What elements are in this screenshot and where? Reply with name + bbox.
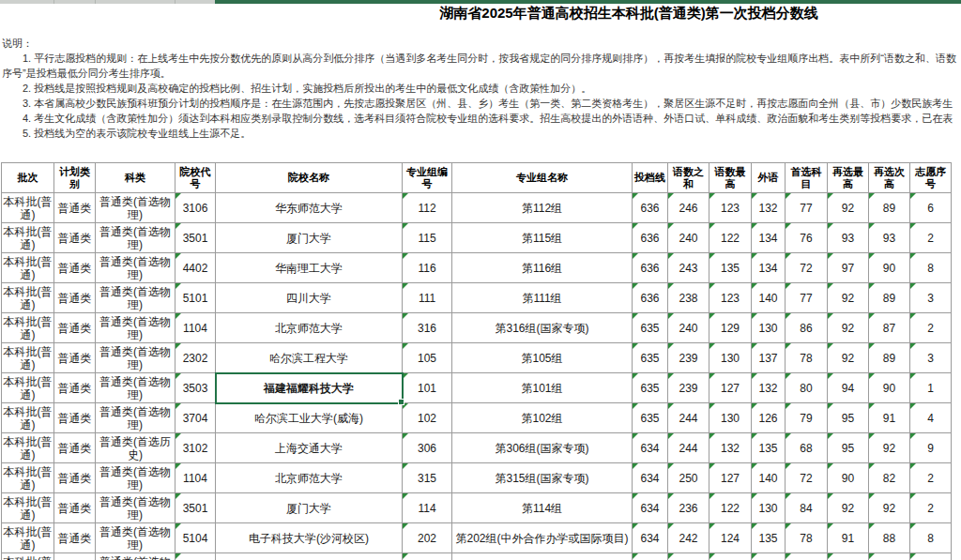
cell-reselect-2nd[interactable]: 82 <box>869 463 910 493</box>
cell-foreign-lang[interactable]: 134 <box>752 223 786 253</box>
cell-group-name[interactable]: 第101组 <box>452 373 633 403</box>
cell-subject-type[interactable]: 普通类(首选物理) <box>96 343 175 373</box>
cell-reselect-2nd[interactable]: 89 <box>869 193 910 223</box>
cell-first-subject[interactable]: 72 <box>786 463 828 493</box>
cell-chn-math-sum[interactable]: 239 <box>668 343 709 373</box>
cell-college-code[interactable]: 1104 <box>175 313 216 343</box>
cell-chn-math-max[interactable]: 122 <box>709 223 752 253</box>
cell-college-code[interactable] <box>175 553 216 560</box>
cell-chn-math-max[interactable]: 123 <box>709 283 752 313</box>
cell-preference-no[interactable] <box>910 553 952 560</box>
col-header-batch[interactable]: 批次 <box>2 163 54 193</box>
cell-chn-math-sum[interactable]: 240 <box>668 313 709 343</box>
cell-chn-math-sum[interactable]: 244 <box>668 403 709 433</box>
cell-reselect-2nd[interactable]: 89 <box>869 343 910 373</box>
cell-batch[interactable]: 本科批(普通) <box>2 523 54 553</box>
cell-preference-no[interactable]: 2 <box>910 313 952 343</box>
cell-plan-type[interactable]: 普通类 <box>54 463 96 493</box>
cell-reselect-max[interactable]: 90 <box>828 463 869 493</box>
cell-score-line[interactable]: 636 <box>633 253 668 283</box>
cell-preference-no[interactable]: 3 <box>910 343 952 373</box>
cell-foreign-lang[interactable] <box>752 553 786 560</box>
cell-plan-type[interactable]: 普通类 <box>54 553 96 560</box>
cell-foreign-lang[interactable]: 140 <box>752 283 786 313</box>
cell-foreign-lang[interactable]: 126 <box>752 403 786 433</box>
cell-score-line[interactable] <box>633 553 668 560</box>
cell-chn-math-sum[interactable] <box>668 553 709 560</box>
cell-reselect-max[interactable]: 95 <box>828 403 869 433</box>
cell-chn-math-sum[interactable]: 238 <box>668 283 709 313</box>
cell-chn-math-sum[interactable]: 250 <box>668 463 709 493</box>
cell-chn-math-max[interactable]: 135 <box>709 253 752 283</box>
cell-first-subject[interactable]: 78 <box>786 523 828 553</box>
cell-chn-math-max[interactable]: 122 <box>709 493 752 523</box>
cell-college-code[interactable]: 3102 <box>175 433 216 463</box>
col-header-college-code[interactable]: 院校代号 <box>175 163 216 193</box>
col-header-group-code[interactable]: 专业组编号 <box>403 163 452 193</box>
cell-reselect-max[interactable]: 92 <box>828 343 869 373</box>
cell-group-name[interactable]: 第111组 <box>452 283 633 313</box>
cell-subject-type[interactable]: 普通类(首选物理) <box>96 553 175 560</box>
cell-reselect-2nd[interactable]: 93 <box>869 223 910 253</box>
cell-college-name[interactable]: 华东师范大学 <box>216 193 403 223</box>
cell-plan-type[interactable]: 普通类 <box>54 313 96 343</box>
cell-reselect-max[interactable] <box>828 553 869 560</box>
cell-group-code[interactable]: 116 <box>403 253 452 283</box>
cell-foreign-lang[interactable]: 135 <box>752 433 786 463</box>
cell-chn-math-max[interactable]: 130 <box>709 343 752 373</box>
cell-subject-type[interactable]: 普通类(首选物理) <box>96 463 175 493</box>
cell-reselect-2nd[interactable]: 88 <box>869 523 910 553</box>
cell-group-name[interactable]: 第105组 <box>452 343 633 373</box>
cell-score-line[interactable]: 634 <box>633 523 668 553</box>
cell-score-line[interactable]: 636 <box>633 223 668 253</box>
cell-subject-type[interactable]: 普通类(首选物理) <box>96 283 175 313</box>
cell-college-name[interactable]: 厦门大学 <box>216 493 403 523</box>
cell-reselect-2nd[interactable]: 89 <box>869 283 910 313</box>
cell-college-name[interactable]: 哈尔滨工业大学(威海) <box>216 403 403 433</box>
cell-chn-math-max[interactable]: 132 <box>709 433 752 463</box>
cell-group-name[interactable] <box>452 553 633 560</box>
col-header-plan-type[interactable]: 计划类别 <box>54 163 96 193</box>
cell-plan-type[interactable]: 普通类 <box>54 373 96 403</box>
cell-group-name[interactable]: 第316组(国家专项) <box>452 313 633 343</box>
cell-chn-math-max[interactable]: 123 <box>709 193 752 223</box>
cell-college-name[interactable]: 华南理工大学 <box>216 253 403 283</box>
cell-college-name[interactable] <box>216 553 403 560</box>
cell-group-name[interactable]: 第306组(国家专项) <box>452 433 633 463</box>
cell-group-name[interactable]: 第315组(国家专项) <box>452 463 633 493</box>
cell-score-line[interactable]: 634 <box>633 493 668 523</box>
cell-plan-type[interactable]: 普通类 <box>54 493 96 523</box>
cell-reselect-2nd[interactable]: 91 <box>869 403 910 433</box>
cell-reselect-2nd[interactable] <box>869 553 910 560</box>
cell-reselect-max[interactable]: 92 <box>828 493 869 523</box>
cell-chn-math-max[interactable] <box>709 553 752 560</box>
cell-score-line[interactable]: 634 <box>633 463 668 493</box>
cell-college-code[interactable]: 3501 <box>175 223 216 253</box>
cell-preference-no[interactable]: 8 <box>910 523 952 553</box>
cell-college-name[interactable]: 四川大学 <box>216 283 403 313</box>
cell-chn-math-sum[interactable]: 242 <box>668 523 709 553</box>
cell-reselect-2nd[interactable]: 87 <box>869 313 910 343</box>
cell-reselect-2nd[interactable]: 90 <box>869 373 910 403</box>
cell-chn-math-max[interactable]: 127 <box>709 463 752 493</box>
cell-reselect-2nd[interactable]: 92 <box>869 433 910 463</box>
cell-first-subject[interactable]: 86 <box>786 313 828 343</box>
col-header-group-name[interactable]: 专业组名称 <box>452 163 633 193</box>
cell-college-code[interactable]: 5101 <box>175 283 216 313</box>
cell-score-line[interactable]: 635 <box>633 343 668 373</box>
cell-group-code[interactable]: 306 <box>403 433 452 463</box>
cell-college-code[interactable]: 3106 <box>175 193 216 223</box>
cell-group-name[interactable]: 第112组 <box>452 193 633 223</box>
cell-reselect-max[interactable]: 92 <box>828 313 869 343</box>
cell-first-subject[interactable]: 72 <box>786 253 828 283</box>
col-header-preference-no[interactable]: 志愿序号 <box>910 163 952 193</box>
cell-college-code[interactable]: 2302 <box>175 343 216 373</box>
col-header-college-name[interactable]: 院校名称 <box>216 163 403 193</box>
cell-batch[interactable]: 本科批(普通) <box>2 193 54 223</box>
cell-reselect-max[interactable]: 94 <box>828 373 869 403</box>
cell-first-subject[interactable]: 77 <box>786 283 828 313</box>
cell-preference-no[interactable]: 1 <box>910 373 952 403</box>
cell-plan-type[interactable]: 普通类 <box>54 283 96 313</box>
cell-chn-math-max[interactable]: 127 <box>709 373 752 403</box>
cell-reselect-max[interactable]: 97 <box>828 253 869 283</box>
